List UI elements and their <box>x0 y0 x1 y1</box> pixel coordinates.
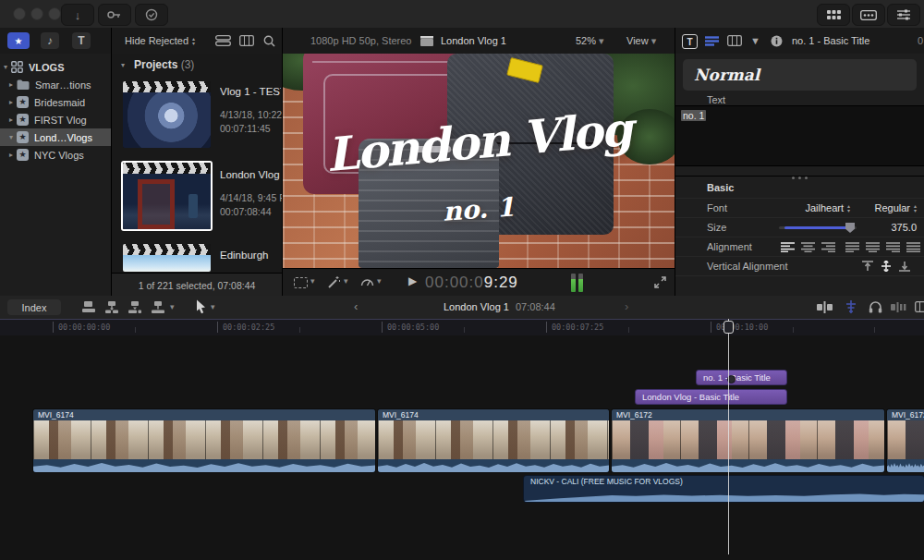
sidebar-item-event-bridesmaid[interactable]: ▸ ★ Bridesmaid <box>0 93 111 111</box>
viewer-timecode[interactable]: 00:00:09:29 <box>425 274 518 292</box>
tab-info-inspector[interactable] <box>771 35 783 47</box>
valign-middle-button[interactable] <box>881 261 892 272</box>
size-slider[interactable] <box>779 226 857 229</box>
playhead-handle[interactable] <box>723 321 734 334</box>
keyword-editor-button[interactable] <box>98 4 131 26</box>
disclosure-caret-icon[interactable]: ▸ <box>6 98 17 106</box>
insert-edit-button[interactable] <box>104 301 119 313</box>
chevron-down-icon[interactable]: ▾ <box>344 276 348 286</box>
select-tool-button[interactable] <box>195 299 207 314</box>
sidebar-item-library-vlogs[interactable]: ▾ VLOGS <box>0 58 111 76</box>
video-clip[interactable]: MVI_6174 <box>378 409 609 472</box>
sidebar-item-event-nycvlogs[interactable]: ▸ ★ NYC Vlogs <box>0 146 111 164</box>
connect-edit-button[interactable] <box>81 301 96 313</box>
project-item-thumbnail[interactable] <box>123 244 211 272</box>
title-style-preview[interactable]: Normal <box>683 59 917 91</box>
audio-skimming-icon[interactable] <box>891 301 906 313</box>
viewer-zoom-dropdown[interactable]: 52% ▾ <box>576 28 604 54</box>
project-name[interactable]: Vlog 1 - TEST <box>220 86 281 97</box>
title-clip[interactable]: no. 1 - Basic Title <box>696 370 787 385</box>
size-slider-thumb[interactable] <box>845 223 855 233</box>
background-tasks-button[interactable] <box>135 4 168 26</box>
solo-headphones-icon[interactable] <box>869 300 882 313</box>
project-item-thumbnail-selected[interactable] <box>121 161 213 231</box>
disclosure-caret-icon[interactable]: ▸ <box>6 151 17 159</box>
overwrite-edit-button[interactable] <box>151 301 165 313</box>
search-button[interactable] <box>263 35 275 47</box>
disclosure-caret-icon[interactable]: ▾ <box>6 133 17 141</box>
panel-divider[interactable] <box>282 28 283 296</box>
viewer-view-dropdown[interactable]: View ▾ <box>626 28 656 54</box>
justify-right-button[interactable] <box>886 242 900 252</box>
valign-bottom-button[interactable] <box>899 261 910 272</box>
playhead-line[interactable] <box>728 319 729 554</box>
sidebar-item-event-firstvlog[interactable]: ▸ ★ FIRST Vlog <box>0 111 111 128</box>
align-center-button[interactable] <box>801 242 815 252</box>
video-clip[interactable]: MVI_6174 <box>33 409 375 472</box>
projects-disclosure-caret-icon[interactable]: ▾ <box>121 61 125 69</box>
timeline-ruler[interactable]: 00:00:00:00 00:00:02:25 00:00:05:00 00:0… <box>0 319 924 336</box>
font-family-dropdown[interactable]: Jailheart▴▾ <box>805 202 850 213</box>
snapping-toggle-icon[interactable] <box>845 300 857 313</box>
timeline-history-back[interactable]: ‹ <box>354 299 358 313</box>
fullscreen-expand-icon[interactable] <box>654 276 666 288</box>
align-left-button[interactable] <box>781 242 795 252</box>
timeline-canvas[interactable]: no. 1 - Basic Title London Vlog - Basic … <box>0 335 924 560</box>
project-name[interactable]: Edinburgh <box>220 250 268 261</box>
clip-skimming-icon[interactable] <box>915 301 924 312</box>
media-sidebar-button[interactable]: ★ <box>7 32 30 49</box>
sidebar-item-event-londonvlogs[interactable]: ▾ ★ Lond…Vlogs <box>0 128 111 146</box>
photos-audio-sidebar-button[interactable]: ♪ <box>41 32 59 49</box>
justify-center-button[interactable] <box>866 242 880 252</box>
projects-browser: ▾ Projects (3) Vlog 1 - TEST 4/13/18, 10… <box>112 54 282 273</box>
timeline-project-name[interactable]: London Vlog 1 <box>444 301 509 312</box>
viewer-canvas[interactable]: London Vlog no. 1 <box>283 54 675 268</box>
sidebar-item-folder-smartcollections[interactable]: ▸ Smar…tions <box>0 76 111 93</box>
timeline-index-button[interactable]: Index <box>7 299 61 315</box>
retime-icon[interactable] <box>360 275 374 287</box>
minimize-window-button[interactable] <box>30 7 43 20</box>
disclosure-caret-icon[interactable]: ▸ <box>6 116 17 124</box>
browser-toggle-button[interactable] <box>817 4 850 26</box>
basic-section-header[interactable]: Basic <box>675 177 924 198</box>
transform-tool-icon[interactable] <box>294 277 308 288</box>
titles-generators-sidebar-button[interactable]: T <box>72 32 91 49</box>
zoom-window-button[interactable] <box>48 7 61 20</box>
font-face-dropdown[interactable]: Regular▴▾ <box>874 202 917 213</box>
align-right-button[interactable] <box>821 242 835 252</box>
play-button[interactable]: ▶ <box>408 274 417 287</box>
clip-appearance-button[interactable] <box>215 35 231 46</box>
tab-video-inspector[interactable] <box>727 35 742 46</box>
clip-filter-dropdown[interactable]: Hide Rejected▴▾ <box>125 28 195 54</box>
import-media-button[interactable]: ↓ <box>61 4 94 26</box>
tab-title-inspector[interactable]: T <box>682 34 698 49</box>
panel-divider[interactable] <box>675 28 675 296</box>
video-clip[interactable]: MVI_6172 <box>887 409 924 472</box>
disclosure-caret-icon[interactable]: ▸ <box>6 80 17 89</box>
valign-top-button[interactable] <box>862 261 873 272</box>
inspector-toggle-button[interactable] <box>887 4 920 26</box>
trim-tool-icon[interactable] <box>817 301 833 313</box>
effects-wand-icon[interactable] <box>327 275 341 289</box>
tab-transition-inspector[interactable]: ▼ <box>750 35 760 46</box>
justify-full-button[interactable] <box>906 242 920 252</box>
music-clip[interactable]: NICKV - CALI (FREE MUSIC FOR VLOGS) <box>524 476 924 502</box>
close-window-button[interactable] <box>13 7 26 20</box>
tab-text-inspector[interactable] <box>705 36 719 46</box>
edit-options-chevron-icon[interactable]: ▾ <box>170 302 175 311</box>
project-name[interactable]: London Vlog <box>220 169 281 180</box>
tool-chevron-icon[interactable]: ▾ <box>211 302 215 311</box>
title-text-field[interactable]: no. 1 <box>675 105 924 166</box>
video-clip[interactable]: MVI_6172 <box>612 409 884 472</box>
disclosure-caret-icon[interactable]: ▾ <box>0 63 11 71</box>
append-edit-button[interactable] <box>128 301 142 313</box>
chevron-down-icon[interactable]: ▾ <box>377 276 382 286</box>
project-item-thumbnail[interactable] <box>123 81 211 148</box>
size-value[interactable]: 375.0 <box>891 222 917 233</box>
chevron-down-icon[interactable]: ▾ <box>310 276 315 286</box>
timeline-toggle-button[interactable] <box>852 4 885 26</box>
filmstrip-view-button[interactable] <box>239 35 254 46</box>
justify-left-button[interactable] <box>845 242 859 252</box>
timeline-history-forward[interactable]: › <box>625 299 628 313</box>
title-clip[interactable]: London Vlog - Basic Title <box>635 389 787 405</box>
